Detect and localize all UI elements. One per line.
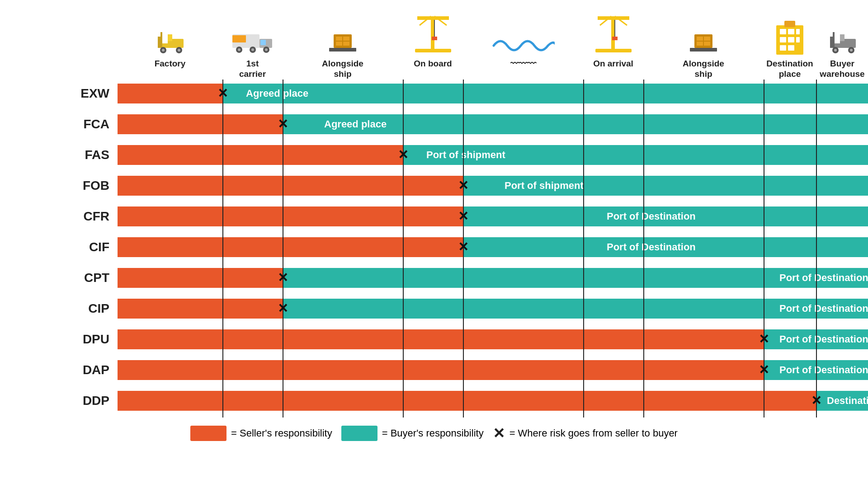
svg-rect-56	[833, 32, 835, 48]
term-row-fob: FOBPort of shipment✕	[27, 172, 841, 200]
term-label-fca: FCA	[27, 117, 118, 131]
header-col-5: On arrival	[583, 14, 643, 80]
term-label-cpt: CPT	[27, 271, 118, 285]
legend-risk-label: = Where risk goes from seller to buyer	[509, 427, 678, 439]
legend-seller: = Seller's responsibility	[190, 426, 332, 441]
header-col-8: Buyer warehouse	[816, 14, 868, 80]
header-icon-1	[230, 14, 275, 59]
term-label-dap: DAP	[27, 363, 118, 377]
buyer-bar-label-dap: Port of Destination	[779, 364, 868, 376]
svg-rect-8	[168, 34, 172, 41]
header-icon-6	[688, 14, 719, 59]
svg-rect-25	[417, 16, 449, 20]
svg-rect-48	[788, 37, 794, 42]
svg-rect-49	[796, 37, 800, 42]
bar-container-fob: Port of shipment✕	[118, 176, 868, 196]
header-col-2: Alongside ship	[283, 14, 403, 80]
term-label-fob: FOB	[27, 178, 118, 193]
svg-rect-2	[158, 37, 160, 48]
svg-point-15	[238, 48, 241, 51]
seller-bar-dpu	[118, 329, 868, 349]
buyer-bar-label-fca: Agreed place	[324, 118, 387, 130]
svg-rect-24	[431, 16, 434, 50]
header-col-7: Destination place	[764, 14, 816, 80]
x-marker-cpt: ✕	[278, 272, 288, 284]
svg-rect-23	[329, 48, 356, 52]
x-marker-fas: ✕	[398, 149, 408, 161]
svg-rect-36	[612, 37, 618, 40]
term-label-fas: FAS	[27, 148, 118, 162]
svg-rect-55	[830, 37, 833, 48]
legend-buyer-box	[341, 426, 377, 441]
header-icon-4	[491, 14, 555, 59]
bar-container-fas: Port of shipment✕	[118, 145, 868, 165]
buyer-bar-label-cif: Port of Destination	[607, 241, 696, 253]
header-icon-2	[327, 14, 359, 59]
svg-point-16	[251, 48, 254, 51]
svg-point-7	[178, 49, 180, 52]
buyer-bar-label-cfr: Port of Destination	[607, 211, 696, 222]
svg-rect-3	[160, 32, 162, 48]
bar-container-fca: Agreed place✕	[118, 114, 868, 134]
svg-rect-51	[788, 45, 794, 51]
header-col-1: 1st carrier	[222, 14, 283, 80]
header-label-2: Alongside ship	[322, 59, 363, 80]
svg-rect-37	[595, 49, 632, 52]
header-col-4: 〰〰〰	[463, 14, 583, 80]
term-label-exw: EXW	[27, 86, 118, 101]
legend-seller-label: = Seller's responsibility	[231, 427, 332, 439]
term-row-cpt: CPTPort of Destination✕	[27, 264, 841, 292]
header-icons-row: Factory1st carrierAlongside shipOn board…	[118, 14, 841, 80]
svg-point-60	[850, 49, 853, 52]
x-marker-cif: ✕	[458, 241, 468, 253]
bar-container-cpt: Port of Destination✕	[118, 268, 868, 288]
svg-rect-29	[432, 37, 437, 40]
header-icon-8	[824, 14, 860, 59]
buyer-bar-label-cpt: Port of Destination	[779, 272, 868, 284]
buyer-bar-label-cip: Port of Destination	[779, 303, 868, 314]
svg-rect-30	[415, 49, 451, 52]
buyer-bar-label-ddp: Destination	[827, 395, 868, 407]
svg-rect-44	[780, 29, 786, 34]
svg-rect-61	[840, 34, 844, 41]
header-label-1: 1st carrier	[239, 59, 266, 80]
x-marker-cfr: ✕	[458, 210, 468, 223]
bar-container-dap: Port of Destination✕	[118, 360, 868, 380]
chart-area: EXWAgreed place✕FCAAgreed place✕FASPort …	[27, 80, 841, 418]
legend-buyer: = Buyer's responsibility	[341, 426, 484, 441]
x-marker-dap: ✕	[759, 364, 769, 376]
svg-point-59	[834, 49, 837, 52]
header-col-6: Alongside ship	[643, 14, 764, 80]
header-col-0: Factory	[118, 14, 222, 80]
header-icon-7	[772, 14, 808, 59]
header-label-5: On arrival	[593, 59, 633, 69]
x-marker-fob: ✕	[458, 179, 468, 192]
term-row-fca: FCAAgreed place✕	[27, 110, 841, 138]
term-label-cip: CIP	[27, 301, 118, 316]
svg-point-6	[162, 49, 165, 52]
term-label-ddp: DDP	[27, 394, 118, 408]
term-row-dpu: DPUPort of Destination✕	[27, 325, 841, 353]
bar-container-dpu: Port of Destination✕	[118, 329, 868, 349]
header-label-6: Alongside ship	[683, 59, 724, 80]
header-label-4: 〰〰〰	[510, 59, 536, 69]
term-row-exw: EXWAgreed place✕	[27, 80, 841, 108]
svg-rect-46	[796, 29, 800, 34]
bar-container-cif: Port of Destination✕	[118, 237, 868, 257]
buyer-bar-label-fob: Port of shipment	[505, 180, 584, 192]
header-icon-0	[152, 14, 188, 59]
term-label-cif: CIF	[27, 240, 118, 254]
buyer-bar-label-exw: Agreed place	[246, 88, 308, 99]
term-row-fas: FASPort of shipment✕	[27, 141, 841, 169]
header-label-7: Destination place	[766, 59, 813, 80]
header-icon-3	[413, 14, 453, 59]
legend-seller-box	[190, 426, 226, 441]
buyer-bar-exw	[222, 84, 868, 103]
bar-container-cfr: Port of Destination✕	[118, 206, 868, 226]
x-marker-ddp: ✕	[811, 394, 821, 407]
x-marker-dpu: ✕	[759, 333, 769, 346]
legend-risk: ✕ = Where risk goes from seller to buyer	[493, 426, 678, 441]
bar-container-ddp: Destination✕	[118, 391, 868, 411]
svg-point-17	[265, 48, 268, 51]
x-marker-fca: ✕	[278, 118, 288, 131]
